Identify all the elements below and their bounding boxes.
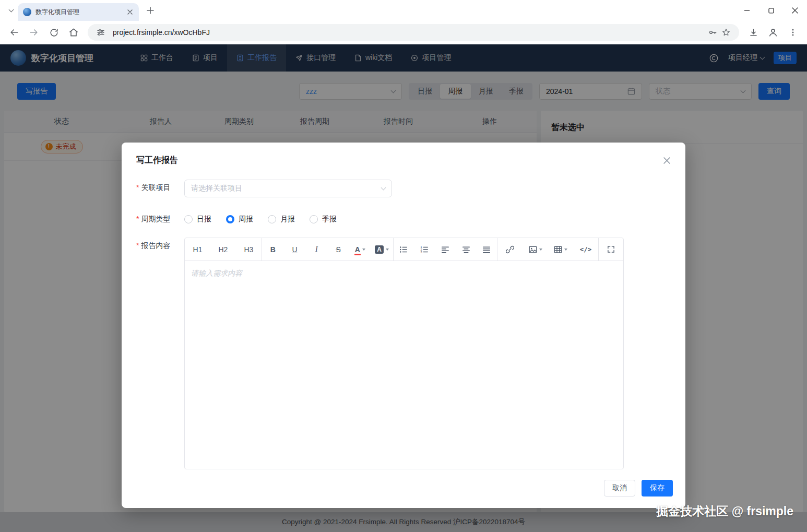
save-button[interactable]: 保存 [642,480,673,496]
caret-down-icon [362,249,365,251]
heading1-button[interactable]: H1 [185,238,210,261]
site-settings-icon[interactable] [94,26,108,39]
highlight-color-button[interactable]: A [371,238,393,261]
font-color-button[interactable]: A [349,238,371,261]
rich-text-editor: H1 H2 H3 B U I S A A 123 [184,238,624,469]
editor-content-area[interactable]: 请输入需求内容 [185,261,623,469]
required-mark: * [136,183,139,192]
form-row-period: *周期类型 日报 周报 月报 季报 [136,211,671,224]
project-field-label: *关联项目 [136,180,184,197]
modal-close-icon[interactable] [660,154,673,167]
svg-text:3: 3 [421,250,422,253]
back-icon[interactable] [5,23,23,41]
write-report-modal: 写工作报告 *关联项目 请选择关联项目 *周期类型 日报 周报 月报 季报 *报… [122,143,685,508]
required-mark: * [136,241,139,250]
window-controls [735,0,807,21]
heading2-button[interactable]: H2 [210,238,236,261]
reload-icon[interactable] [45,23,63,41]
period-field-label: *周期类型 [136,211,184,224]
tab-strip: 数字化项目管理 [0,0,807,21]
new-tab-button[interactable] [143,3,158,18]
form-row-content: *报告内容 H1 H2 H3 B U I S A A [136,238,671,469]
form-row-project: *关联项目 请选择关联项目 [136,180,671,197]
tab-list-chevron-icon[interactable] [4,4,18,17]
period-radio-group: 日报 周报 月报 季报 [184,211,337,224]
window-maximize-button[interactable] [759,0,783,21]
password-key-icon[interactable] [706,26,719,39]
watermark-text: 掘金技术社区 @ frsimple [656,503,793,519]
radio-weekly[interactable]: 周报 [226,215,253,224]
downloads-icon[interactable] [744,23,762,41]
ordered-list-icon[interactable]: 123 [414,238,435,261]
browser-menu-kebab-icon[interactable] [784,23,802,41]
bold-button[interactable]: B [262,238,284,261]
modal-title: 写工作报告 [136,155,671,166]
radio-monthly[interactable]: 月报 [268,215,295,224]
radio-circle [310,215,318,223]
strikethrough-button[interactable]: S [327,238,349,261]
home-icon[interactable] [65,23,82,41]
radio-quarterly[interactable]: 季报 [310,215,337,224]
radio-daily[interactable]: 日报 [184,215,211,224]
content-field-label: *报告内容 [136,238,184,469]
tab-close-icon[interactable] [125,7,135,17]
italic-button[interactable]: I [305,238,327,261]
align-center-icon[interactable] [456,238,477,261]
editor-placeholder: 请输入需求内容 [191,269,242,277]
site-favicon [23,8,31,16]
modal-footer: 取消 保存 [604,480,673,496]
address-bar[interactable]: project.frsimple.cn/xwOcHbFJ [88,24,739,41]
radio-circle-selected [226,215,234,223]
editor-toolbar: H1 H2 H3 B U I S A A 123 [185,238,623,261]
align-justify-icon[interactable] [477,238,497,261]
insert-table-icon[interactable] [548,238,573,261]
related-project-select[interactable]: 请选择关联项目 [184,180,392,197]
fullscreen-icon[interactable] [599,238,623,261]
chevron-down-icon [381,185,386,191]
radio-circle [184,215,193,223]
tab-title: 数字化项目管理 [35,8,125,17]
heading3-button[interactable]: H3 [236,238,262,261]
bookmark-star-icon[interactable] [719,26,733,39]
browser-toolbar: project.frsimple.cn/xwOcHbFJ [0,21,807,44]
align-left-icon[interactable] [435,238,456,261]
caret-down-icon [564,249,567,251]
caret-down-icon [386,249,389,251]
bullet-list-icon[interactable] [394,238,414,261]
window-minimize-button[interactable] [735,0,759,21]
cancel-button[interactable]: 取消 [604,480,635,496]
insert-link-icon[interactable] [497,238,523,261]
url-text[interactable]: project.frsimple.cn/xwOcHbFJ [113,28,706,37]
profile-avatar-icon[interactable] [764,23,782,41]
browser-tab[interactable]: 数字化项目管理 [18,3,139,21]
required-mark: * [136,215,139,223]
caret-down-icon [539,249,542,251]
radio-circle [268,215,276,223]
forward-icon[interactable] [25,23,43,41]
window-close-button[interactable] [783,0,807,21]
underline-button[interactable]: U [284,238,306,261]
insert-image-icon[interactable] [523,238,548,261]
code-view-button[interactable]: </> [573,238,598,261]
related-project-placeholder: 请选择关联项目 [191,184,242,193]
